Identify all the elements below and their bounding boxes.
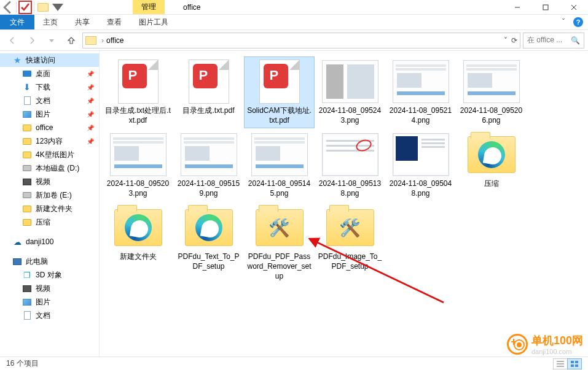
ribbon-file-tab[interactable]: 文件 [0, 15, 34, 29]
watermark-brand: 单机100网 [531, 334, 583, 347]
sidebar-item-label: 文档 [36, 310, 50, 321]
ribbon-tab-home[interactable]: 主页 [34, 15, 66, 29]
document-icon [22, 96, 32, 106]
sidebar-item-label: 本地磁盘 (D:) [36, 163, 79, 174]
download-icon: ⬇ [22, 82, 32, 92]
sidebar-item[interactable]: 图片📌 [0, 107, 99, 121]
sidebar-item[interactable]: 桌面📌 [0, 67, 99, 80]
pdf-thumb [250, 60, 309, 104]
sidebar-item[interactable]: 图片 [0, 295, 99, 309]
sidebar-onedrive[interactable]: ☁ danji100 [0, 235, 99, 249]
sidebar-this-pc[interactable]: 此电脑 [0, 255, 99, 268]
sidebar-item[interactable]: ⬇下载📌 [0, 80, 99, 94]
qat-back-icon[interactable] [0, 0, 15, 15]
file-grid[interactable]: 目录生成.txt处理后.txt.pdf目录生成.txt.pdfSolidCAM下… [100, 51, 588, 357]
folder-icon [22, 136, 32, 146]
file-item[interactable]: 2024-11-08_095145.png [245, 130, 314, 201]
nav-forward-button[interactable] [23, 33, 41, 48]
file-item[interactable]: 2024-11-08_095214.png [386, 57, 455, 128]
navigation-sidebar[interactable]: ★ 快速访问 桌面📌⬇下载📌文档📌图片📌office📌123内容📌 4K壁纸图片… [0, 51, 100, 357]
nav-back-button[interactable] [4, 33, 21, 48]
qat-check-icon[interactable] [18, 0, 33, 15]
ribbon-tab-view[interactable]: 查看 [98, 15, 130, 29]
star-icon: ★ [12, 55, 22, 65]
file-item[interactable]: 🛠️PDFdu_PDF_Password_Remover_setup [245, 203, 314, 283]
pin-icon: 📌 [87, 125, 94, 131]
file-item[interactable]: 新建文件夹 [103, 203, 173, 283]
address-refresh-icon[interactable]: ⟳ [511, 36, 517, 45]
ribbon-tab-share[interactable]: 共享 [66, 15, 98, 29]
file-item[interactable]: 2024-11-08_095138.png [315, 130, 385, 201]
file-label: 2024-11-08_095145.png [246, 179, 313, 198]
address-bar: › office ˅ ⟳ 在 office ... 🔍 [0, 30, 588, 51]
sidebar-item[interactable]: 视频 [0, 175, 99, 188]
file-item[interactable]: 目录生成.txt.pdf [174, 57, 243, 128]
sidebar-item-label: 视频 [36, 177, 50, 187]
search-placeholder: 在 office ... [527, 35, 562, 45]
sidebar-item-label: 压缩 [36, 217, 50, 228]
file-item[interactable]: PDFdu_Text_To_PDF_setup [174, 203, 243, 283]
sidebar-item-label: 3D 对象 [36, 270, 62, 280]
view-details-button[interactable] [553, 358, 568, 369]
address-dropdown-icon[interactable]: ˅ [504, 36, 508, 45]
close-button[interactable] [560, 0, 588, 15]
file-item[interactable]: 压缩 [457, 130, 526, 201]
sidebar-item[interactable]: office📌 [0, 121, 99, 134]
ribbon-tab-picture-tools[interactable]: 图片工具 [130, 15, 177, 29]
view-icons-button[interactable] [567, 358, 582, 369]
maximize-button[interactable] [531, 0, 560, 15]
help-icon[interactable]: ? [573, 17, 583, 27]
sidebar-item[interactable]: 压缩 [0, 215, 99, 229]
nav-up-button[interactable] [63, 33, 80, 48]
file-label: 目录生成.txt处理后.txt.pdf [105, 106, 171, 125]
sidebar-item-label: 123内容 [36, 136, 63, 147]
svg-rect-5 [571, 364, 574, 367]
sidebar-quick-access[interactable]: ★ 快速访问 [0, 53, 99, 67]
address-box[interactable]: › office ˅ ⟳ [82, 33, 520, 48]
sidebar-item[interactable]: 新加卷 (E:) [0, 188, 99, 202]
search-icon: 🔍 [571, 36, 580, 45]
file-label: 目录生成.txt.pdf [182, 106, 234, 116]
qat-dropdown-icon[interactable] [50, 0, 65, 15]
drive-icon [22, 163, 32, 173]
file-item[interactable]: 2024-11-08_095159.png [174, 130, 243, 201]
quick-access-toolbar [0, 0, 65, 14]
item-count: 16 个项目 [6, 358, 39, 369]
document-icon [22, 310, 32, 320]
folder-thumb [179, 206, 238, 250]
sidebar-item-label: 新加卷 (E:) [36, 190, 72, 201]
svg-rect-1 [543, 5, 548, 10]
sidebar-label: 此电脑 [26, 256, 48, 267]
file-item[interactable]: 2024-11-08_095243.png [315, 57, 385, 128]
file-item[interactable]: 目录生成.txt处理后.txt.pdf [103, 57, 173, 128]
cloud-icon: ☁ [12, 237, 22, 247]
file-item[interactable]: 2024-11-08_095206.png [457, 57, 526, 128]
file-label: 2024-11-08_095138.png [317, 179, 383, 198]
folder-thumb [462, 133, 521, 177]
ribbon-expand-icon[interactable]: ˇ [562, 18, 565, 26]
nav-recent-dropdown[interactable] [43, 33, 60, 48]
sidebar-item[interactable]: 新建文件夹 [0, 202, 99, 215]
pin-icon: 📌 [87, 71, 94, 77]
search-input[interactable]: 在 office ... 🔍 [523, 33, 584, 48]
status-bar: 16 个项目 [0, 357, 588, 370]
sidebar-item[interactable]: 视频 [0, 282, 99, 295]
pin-icon: 📌 [87, 138, 94, 145]
desktop-icon [22, 69, 32, 79]
file-label: PDFdu_Text_To_PDF_setup [176, 252, 242, 271]
file-item[interactable]: 2024-11-08_095203.png [103, 130, 173, 201]
sidebar-item[interactable]: 文档📌 [0, 94, 99, 107]
breadcrumb-segment[interactable]: office [106, 36, 123, 45]
sidebar-item[interactable]: 123内容📌 [0, 134, 99, 148]
minimize-button[interactable] [503, 0, 531, 15]
sidebar-item[interactable]: ❒3D 对象 [0, 268, 99, 282]
file-item[interactable]: 2024-11-08_095048.png [386, 130, 455, 201]
sidebar-item[interactable]: 本地磁盘 (D:) [0, 161, 99, 175]
sidebar-item[interactable]: 文档 [0, 309, 99, 322]
file-item[interactable]: 🛠️PDFdu_Image_To_PDF_setup [315, 203, 385, 283]
qat-folder-icon[interactable] [36, 0, 50, 15]
file-label: 2024-11-08_095206.png [458, 106, 525, 125]
pin-icon: 📌 [87, 84, 94, 91]
file-item[interactable]: SolidCAM下载地址.txt.pdf [245, 57, 314, 128]
sidebar-item[interactable]: 4K壁纸图片 [0, 148, 99, 161]
